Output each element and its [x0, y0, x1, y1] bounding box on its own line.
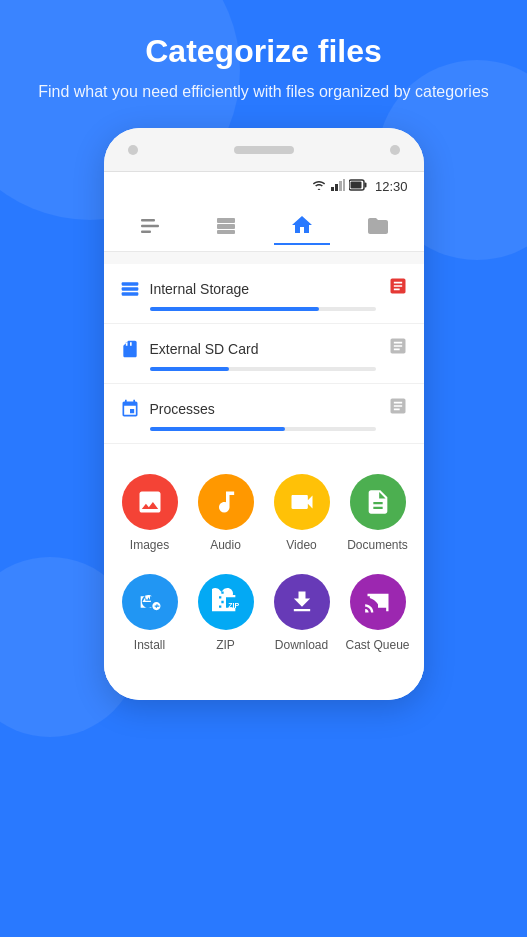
svg-rect-2	[339, 181, 342, 191]
category-video[interactable]: Video	[264, 464, 340, 564]
nav-item-home[interactable]	[274, 207, 330, 245]
category-install[interactable]: Install	[112, 564, 188, 664]
battery-icon	[349, 178, 367, 194]
status-bar: 12:30	[104, 172, 424, 200]
internal-storage-label: Internal Storage	[150, 281, 250, 297]
video-icon	[288, 488, 316, 516]
svg-rect-7	[141, 219, 155, 222]
documents-icon	[364, 488, 392, 516]
svg-rect-0	[331, 187, 334, 191]
install-icon	[136, 588, 164, 616]
category-audio[interactable]: Audio	[188, 464, 264, 564]
images-icon	[136, 488, 164, 516]
svg-text:ZIP: ZIP	[228, 602, 239, 609]
category-zip[interactable]: ZIP ZIP	[188, 564, 264, 664]
svg-rect-11	[217, 224, 235, 229]
svg-rect-3	[343, 179, 345, 191]
svg-rect-8	[141, 225, 159, 228]
documents-label: Documents	[347, 538, 408, 552]
svg-rect-9	[141, 230, 151, 233]
zip-icon: ZIP	[212, 588, 240, 616]
svg-rect-15	[121, 292, 138, 295]
storage-list: Internal Storage	[104, 264, 424, 444]
nav-item-folder[interactable]	[350, 208, 406, 244]
audio-icon	[212, 488, 240, 516]
category-images[interactable]: Images	[112, 464, 188, 564]
content-area: Internal Storage	[104, 252, 424, 680]
storage-item-sdcard[interactable]: External SD Card	[104, 324, 424, 384]
camera-left	[128, 145, 138, 155]
download-icon	[288, 588, 316, 616]
clean-processes-icon[interactable]	[388, 396, 408, 421]
sdcard-bar	[150, 367, 229, 371]
category-download[interactable]: Download	[264, 564, 340, 664]
wifi-icon	[311, 178, 327, 194]
category-cast-queue[interactable]: Cast Queue	[340, 564, 416, 664]
sdcard-label: External SD Card	[150, 341, 259, 357]
zip-label: ZIP	[216, 638, 235, 652]
internal-storage-bar	[150, 307, 320, 311]
page-title: Categorize files	[0, 32, 527, 70]
nav-item-storage[interactable]	[198, 208, 254, 244]
clean-sdcard-icon[interactable]	[388, 336, 408, 361]
sdcard-icon	[120, 339, 140, 359]
partial-bottom	[104, 680, 424, 700]
cast-queue-label: Cast Queue	[345, 638, 409, 652]
processes-label: Processes	[150, 401, 215, 417]
images-label: Images	[130, 538, 169, 552]
cast-queue-icon	[364, 588, 392, 616]
phone-top-bar	[104, 128, 424, 172]
internal-storage-icon	[120, 279, 140, 299]
svg-rect-14	[121, 287, 138, 290]
processes-bar	[150, 427, 286, 431]
nav-item-menu[interactable]	[122, 208, 178, 244]
storage-item-processes[interactable]: Processes	[104, 384, 424, 444]
clean-internal-icon[interactable]	[388, 276, 408, 301]
phone-speaker	[234, 146, 294, 154]
svg-rect-13	[121, 282, 138, 285]
svg-rect-5	[364, 183, 366, 188]
categories-panel: Images Audio	[104, 444, 424, 680]
status-time: 12:30	[375, 179, 408, 194]
page-subtitle: Find what you need efficiently with file…	[0, 80, 527, 104]
category-documents[interactable]: Documents	[340, 464, 416, 564]
processes-icon	[120, 399, 140, 419]
phone-mockup: 12:30	[104, 128, 424, 700]
storage-item-internal[interactable]: Internal Storage	[104, 264, 424, 324]
install-label: Install	[134, 638, 165, 652]
svg-rect-6	[350, 182, 361, 189]
svg-rect-10	[217, 218, 235, 223]
camera-right	[390, 145, 400, 155]
svg-rect-1	[335, 184, 338, 191]
svg-rect-12	[217, 230, 235, 234]
categories-grid: Images Audio	[104, 464, 424, 664]
audio-label: Audio	[210, 538, 241, 552]
signal-icon	[331, 178, 345, 194]
app-nav-bar	[104, 200, 424, 252]
download-label: Download	[275, 638, 328, 652]
video-label: Video	[286, 538, 316, 552]
